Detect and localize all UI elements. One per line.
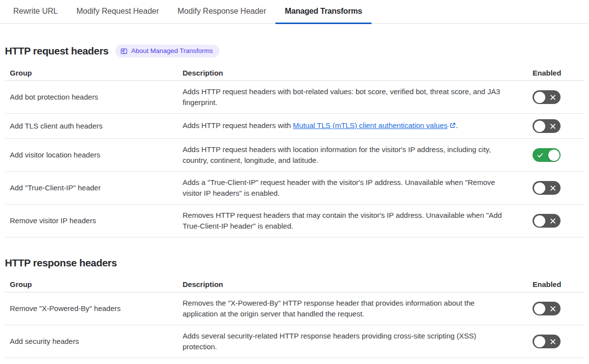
x-icon <box>550 185 556 191</box>
description-cell: Removes HTTP request headers that may co… <box>178 205 528 237</box>
table-row: Add visitor location headers Adds HTTP r… <box>5 139 584 172</box>
toggle-knob <box>534 215 545 227</box>
mtls-doc-link[interactable]: Mutual TLS (mTLS) client authentication … <box>293 121 448 130</box>
table-header-row: Group Description Enabled <box>5 65 584 81</box>
description-cell: Removes the "X-Powered-By" HTTP response… <box>178 292 528 325</box>
check-icon <box>537 152 543 158</box>
toggle-knob <box>534 92 545 103</box>
column-header-description: Description <box>178 277 528 292</box>
tab-bar: Rewrite URL Modify Request Header Modify… <box>0 0 589 24</box>
table-row: Add security headers Adds several securi… <box>5 325 584 358</box>
group-cell: Add security headers <box>5 325 178 358</box>
column-header-enabled: Enabled <box>528 65 584 81</box>
description-text: Adds HTTP request headers with <box>183 121 293 130</box>
table-row: Add bot protection headers Adds HTTP req… <box>5 81 584 114</box>
group-cell: Add "True-Client-IP" header <box>5 172 178 205</box>
enabled-toggle[interactable] <box>533 119 561 133</box>
column-header-group: Group <box>5 65 178 81</box>
table-header-row: Group Description Enabled <box>5 277 584 292</box>
enabled-toggle[interactable] <box>533 302 561 315</box>
tab-modify-response-header[interactable]: Modify Response Header <box>168 6 276 23</box>
toggle-knob <box>534 121 545 132</box>
x-icon <box>550 123 556 130</box>
group-cell: Add bot protection headers <box>5 81 178 114</box>
enabled-toggle[interactable] <box>533 148 561 162</box>
book-icon <box>120 48 128 55</box>
description-cell: Adds HTTP request headers with location … <box>178 139 528 172</box>
group-cell: Add TLS client auth headers <box>5 114 178 139</box>
toggle-knob <box>548 150 560 161</box>
enabled-toggle[interactable] <box>533 214 561 228</box>
enabled-toggle[interactable] <box>533 90 561 104</box>
column-header-group: Group <box>5 277 178 292</box>
tab-rewrite-url[interactable]: Rewrite URL <box>4 6 67 23</box>
enabled-toggle[interactable] <box>533 335 561 348</box>
enabled-toggle[interactable] <box>533 181 561 195</box>
table-row: Remove "X-Powered-By" headers Removes th… <box>5 292 584 325</box>
table-row: Remove visitor IP headers Removes HTTP r… <box>5 205 584 237</box>
about-managed-transforms-badge[interactable]: About Managed Transforms <box>115 45 219 57</box>
request-headers-section-header: HTTP request headers About Managed Trans… <box>5 45 584 57</box>
x-icon <box>550 338 556 345</box>
table-row: Add "True-Client-IP" header Adds a "True… <box>5 172 584 205</box>
response-headers-section-header: HTTP response headers <box>5 257 584 269</box>
group-cell: Remove "X-Powered-By" headers <box>5 292 178 325</box>
response-headers-title: HTTP response headers <box>5 257 117 269</box>
badge-label: About Managed Transforms <box>131 47 213 55</box>
description-cell: Adds HTTP request headers with Mutual TL… <box>178 114 528 139</box>
tab-modify-request-header[interactable]: Modify Request Header <box>67 6 168 23</box>
description-cell: Adds a "True-Client-IP" request header w… <box>178 172 528 205</box>
x-icon <box>550 306 556 312</box>
response-headers-table: Group Description Enabled Remove "X-Powe… <box>5 277 584 358</box>
toggle-knob <box>534 336 545 347</box>
request-headers-title: HTTP request headers <box>5 45 108 57</box>
tab-managed-transforms[interactable]: Managed Transforms <box>275 6 371 23</box>
group-cell: Remove visitor IP headers <box>5 205 178 237</box>
external-link-icon <box>449 122 456 130</box>
request-headers-table: Group Description Enabled Add bot protec… <box>5 65 584 237</box>
column-header-description: Description <box>178 65 528 81</box>
description-cell: Adds several security-related HTTP respo… <box>178 325 528 358</box>
x-icon <box>550 218 556 224</box>
column-header-enabled: Enabled <box>528 277 584 292</box>
toggle-knob <box>534 182 545 194</box>
description-cell: Adds HTTP request headers with bot-relat… <box>178 81 528 114</box>
x-icon <box>550 94 556 101</box>
toggle-knob <box>534 303 545 314</box>
description-text: . <box>456 121 458 130</box>
group-cell: Add visitor location headers <box>5 139 178 172</box>
table-row: Add TLS client auth headers Adds HTTP re… <box>5 114 584 139</box>
